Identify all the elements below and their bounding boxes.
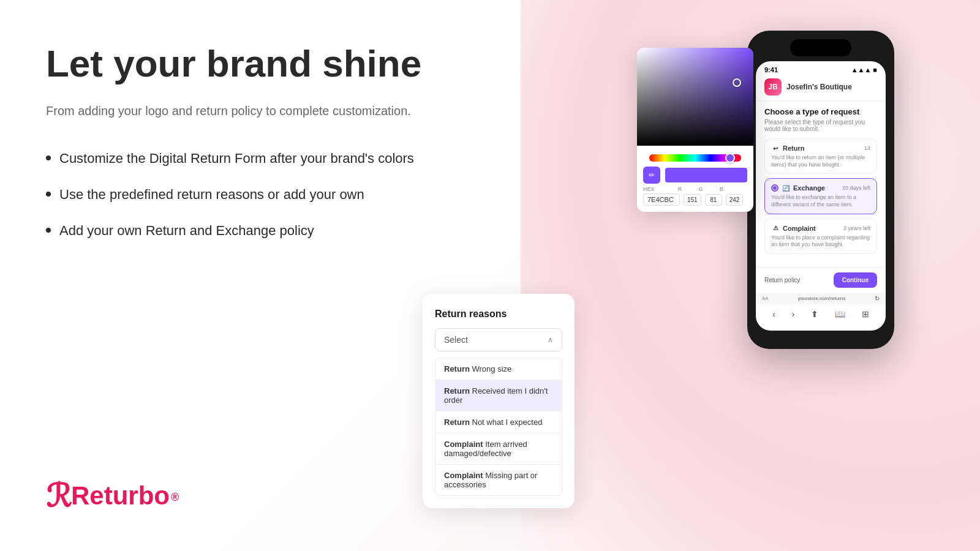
phone-choose-title: Choose a type of request — [764, 107, 877, 116]
phone-choose-sub: Please select the type of request you wo… — [764, 119, 877, 132]
phone-notch — [790, 39, 851, 56]
option-desc: You'd like to return an item (or multipl… — [771, 154, 870, 168]
forward-icon[interactable]: › — [792, 309, 795, 319]
list-item[interactable]: Complaint Missing part or accessories — [435, 465, 562, 495]
list-item[interactable]: Return Received item I didn't order — [435, 380, 562, 411]
select-placeholder: Select — [444, 335, 468, 345]
bullet-dot-1 — [46, 156, 51, 160]
item-type: Return — [444, 418, 472, 427]
option-desc: You'd like to place a complaint regardin… — [771, 234, 870, 249]
color-preview — [665, 168, 747, 182]
g-value[interactable]: 81 — [705, 194, 722, 206]
phone-header: JB Josefin's Boutique — [756, 76, 886, 101]
phone-nav: ‹ › ⬆ 📖 ⊞ — [756, 304, 886, 321]
bullet-text-3: Add your own Return and Exchange policy — [59, 222, 314, 241]
option-header: 🔄 Exchange 20 days left — [771, 184, 870, 192]
option-left: ⚠ Complaint — [771, 224, 816, 233]
color-gradient[interactable] — [637, 48, 753, 146]
phone-footer: Return policy Continue — [756, 267, 886, 293]
shop-initials: JB — [768, 83, 777, 91]
option-label: Exchange — [793, 184, 825, 192]
item-type: Return — [444, 364, 472, 373]
r-label: R — [671, 186, 688, 192]
phone-option-return[interactable]: ↩ Return 14 You'd like to return an item… — [764, 138, 877, 174]
list-item[interactable]: Return Not what I expected — [435, 411, 562, 433]
select-dropdown[interactable]: Select ∧ — [435, 328, 562, 351]
card-title: Return reasons — [435, 309, 562, 320]
phone-option-complaint[interactable]: ⚠ Complaint 2 years left You'd like to p… — [764, 219, 877, 254]
phone-signal: ▲▲▲ ■ — [851, 66, 877, 73]
list-item[interactable]: Return Wrong size — [435, 358, 562, 380]
return-icon: ↩ — [771, 144, 780, 152]
option-header: ⚠ Complaint 2 years left — [771, 224, 870, 233]
b-value[interactable]: 242 — [726, 194, 744, 206]
item-reason: Not what I expected — [472, 418, 543, 427]
chevron-up-icon: ∧ — [548, 335, 553, 344]
subtitle: From adding your logo and return policy … — [46, 102, 444, 120]
phone-time: 9:41 — [764, 66, 778, 73]
phone-content: Choose a type of request Please select t… — [756, 101, 886, 264]
option-left: 🔄 Exchange — [771, 184, 825, 192]
radio-inner — [773, 186, 777, 190]
aa-label: AA — [762, 296, 769, 301]
bullet-dot-2 — [46, 192, 51, 197]
option-label: Return — [783, 144, 804, 152]
back-icon[interactable]: ‹ — [772, 309, 775, 319]
option-days: 2 years left — [843, 225, 870, 231]
logo: ℛ Returbo ® — [46, 478, 179, 514]
option-label: Complaint — [783, 225, 816, 232]
radio-button[interactable] — [771, 184, 778, 192]
option-left: ↩ Return — [771, 144, 804, 152]
hex-label: HEX — [643, 186, 668, 192]
dropdown-list: Return Wrong size Return Received item I… — [435, 358, 562, 496]
refresh-icon[interactable]: ↻ — [875, 295, 880, 302]
logo-registered: ® — [171, 491, 179, 504]
complaint-icon: ⚠ — [771, 224, 780, 233]
hex-value[interactable]: 7E4CBC — [643, 193, 680, 206]
option-desc: You'd like to exchange an item to a diff… — [771, 194, 870, 208]
option-days: 20 days left — [842, 185, 870, 191]
bullet-item-3: Add your own Return and Exchange policy — [46, 222, 444, 241]
logo-r: ℛ — [46, 478, 71, 514]
phone-frame: 9:41 ▲▲▲ ■ JB Josefin's Boutique Choose … — [747, 31, 894, 349]
pencil-button[interactable]: ✏ — [643, 167, 660, 184]
spectrum-bar[interactable] — [649, 154, 741, 162]
logo-area: ℛ Returbo ® — [46, 478, 179, 514]
item-type: Return — [444, 386, 472, 395]
shop-avatar: JB — [764, 78, 782, 96]
url-bar: AA yourstore.com/returns ↻ — [756, 293, 886, 304]
pencil-row: ✏ — [637, 164, 753, 186]
phone-status-bar: 9:41 ▲▲▲ ■ — [756, 61, 886, 76]
bullet-item-2: Use the predefined return reasons or add… — [46, 186, 444, 204]
left-content: Let your brand shine From adding your lo… — [46, 43, 444, 258]
bullet-text-2: Use the predefined return reasons or add… — [59, 186, 364, 204]
url-text: yourstore.com/returns — [797, 296, 845, 301]
option-days: 14 — [864, 145, 870, 151]
tabs-icon[interactable]: ⊞ — [862, 309, 869, 319]
shop-name: Josefin's Boutique — [786, 83, 852, 91]
color-picker: ✏ HEX R G B 7E4CBC 151 81 242 — [637, 48, 753, 212]
share-icon[interactable]: ⬆ — [811, 309, 818, 319]
item-type: Complaint — [444, 471, 485, 480]
list-item[interactable]: Complaint Item arrived damaged/defective — [435, 433, 562, 465]
phone-container: 9:41 ▲▲▲ ■ JB Josefin's Boutique Choose … — [741, 18, 900, 373]
logo-wordmark: Returbo — [71, 481, 170, 511]
bullet-dot-3 — [46, 228, 51, 233]
spectrum-thumb[interactable] — [725, 153, 735, 163]
phone-screen: 9:41 ▲▲▲ ■ JB Josefin's Boutique Choose … — [756, 61, 886, 331]
bullet-item-1: Customize the Digital Return Form after … — [46, 149, 444, 168]
return-reasons-card: Return reasons Select ∧ Return Wrong siz… — [423, 294, 575, 508]
phone-option-exchange[interactable]: 🔄 Exchange 20 days left You'd like to ex… — [764, 178, 877, 214]
return-policy-link[interactable]: Return policy — [764, 277, 800, 283]
headline: Let your brand shine — [46, 43, 444, 84]
bullet-text-1: Customize the Digital Return Form after … — [59, 149, 414, 168]
exchange-icon: 🔄 — [782, 184, 790, 192]
b-label: B — [713, 186, 730, 192]
continue-button[interactable]: Continue — [834, 272, 877, 288]
item-reason: Wrong size — [472, 364, 512, 373]
color-picker-dot[interactable] — [733, 78, 741, 87]
option-header: ↩ Return 14 — [771, 144, 870, 152]
r-value[interactable]: 151 — [684, 194, 701, 206]
g-label: G — [692, 186, 709, 192]
bookmarks-icon[interactable]: 📖 — [835, 309, 845, 319]
